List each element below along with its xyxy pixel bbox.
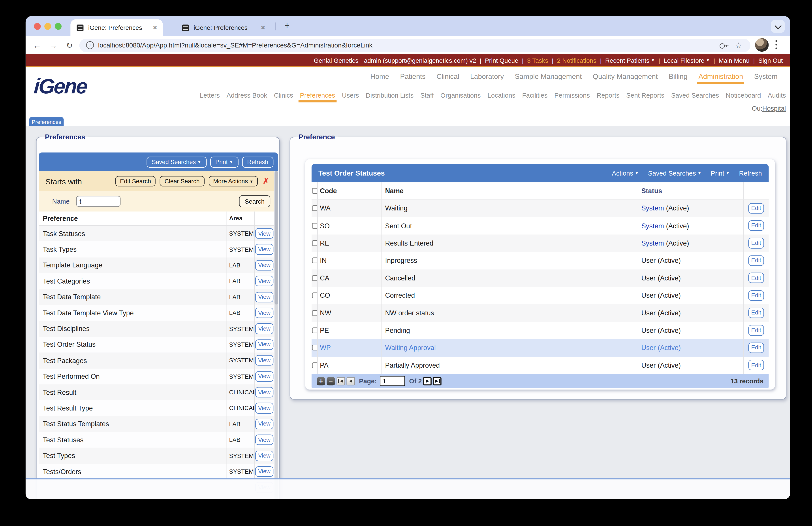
close-search-icon[interactable]: ✗	[263, 176, 270, 186]
edit-button[interactable]: Edit	[748, 203, 764, 214]
prev-page-button[interactable]: ◀	[346, 377, 355, 385]
clear-search-button[interactable]: Clear Search	[160, 176, 204, 186]
sub-nav-item-distribution-lists[interactable]: Distribution Lists	[366, 92, 414, 99]
sub-nav-item-sent-reports[interactable]: Sent Reports	[626, 92, 664, 99]
main-nav-item-clinical[interactable]: Clinical	[436, 73, 459, 80]
sub-nav-item-address-book[interactable]: Address Book	[227, 92, 267, 99]
new-tab-button[interactable]: +	[281, 20, 293, 32]
panel-scrollbar[interactable]	[275, 171, 278, 499]
name-input[interactable]	[76, 196, 121, 207]
view-button[interactable]: View	[255, 403, 274, 413]
main-nav-item-patients[interactable]: Patients	[400, 73, 425, 80]
window-zoom-button[interactable]	[55, 23, 61, 30]
sub-nav-item-organisations[interactable]: Organisations	[440, 92, 481, 99]
saved-searches-link[interactable]: Saved Searches▼	[648, 169, 701, 177]
sub-nav-item-letters[interactable]: Letters	[200, 92, 220, 99]
sub-nav-item-reports[interactable]: Reports	[597, 92, 620, 99]
print-link[interactable]: Print▼	[711, 169, 729, 177]
view-button[interactable]: View	[255, 228, 274, 239]
sub-nav-item-locations[interactable]: Locations	[488, 92, 516, 99]
scrollbar-thumb[interactable]	[275, 171, 278, 304]
site-info-icon[interactable]: i	[86, 41, 94, 49]
sub-nav-item-saved-searches[interactable]: Saved Searches	[671, 92, 719, 99]
browser-menu-icon[interactable]	[775, 40, 777, 51]
sub-nav-item-staff[interactable]: Staff	[420, 92, 434, 99]
view-button[interactable]: View	[255, 387, 274, 397]
address-bar[interactable]: i localhost:8080/App/App.html?null&local…	[79, 39, 750, 52]
edit-button[interactable]: Edit	[748, 221, 764, 231]
main-nav-item-quality-management[interactable]: Quality Management	[593, 73, 658, 80]
sub-nav-item-noticeboard[interactable]: Noticeboard	[726, 92, 761, 99]
ou-hospital-link[interactable]: Hospital	[762, 105, 786, 112]
saved-searches-button[interactable]: Saved Searches▼	[146, 156, 206, 167]
topbar-item-recent-patients[interactable]: Recent Patients▼	[605, 57, 655, 64]
row-checkbox[interactable]	[312, 275, 318, 281]
view-button[interactable]: View	[255, 324, 274, 334]
browser-tab-inactive[interactable]: iGene: Preferences ✕	[176, 19, 271, 36]
view-button[interactable]: View	[255, 466, 274, 477]
row-checkbox[interactable]	[312, 293, 318, 298]
window-close-button[interactable]	[34, 23, 41, 30]
url-text[interactable]: localhost:8080/App/App.html?null&locale=…	[98, 42, 720, 49]
topbar-item-main-menu[interactable]: Main Menu	[719, 57, 750, 64]
first-page-button[interactable]: ◀	[336, 377, 345, 385]
view-button[interactable]: View	[255, 355, 274, 366]
last-page-button[interactable]: ▶	[433, 377, 442, 385]
browser-tab-active[interactable]: iGene: Preferences ✕	[70, 19, 163, 36]
row-checkbox[interactable]	[312, 327, 318, 333]
actions-link[interactable]: Actions▼	[612, 169, 639, 177]
row-checkbox[interactable]	[312, 258, 318, 264]
row-checkbox[interactable]	[312, 310, 318, 316]
row-checkbox[interactable]	[312, 240, 318, 246]
window-minimize-button[interactable]	[44, 23, 51, 30]
topbar-item-2-notifications[interactable]: 2 Notifications	[557, 57, 596, 64]
tab-search-chevron-button[interactable]	[771, 20, 785, 33]
reload-button[interactable]: ↻	[63, 36, 76, 54]
tab-close-icon[interactable]: ✕	[152, 24, 158, 31]
edit-button[interactable]: Edit	[748, 238, 764, 248]
row-checkbox[interactable]	[312, 223, 318, 229]
sub-nav-item-clinics[interactable]: Clinics	[274, 92, 293, 99]
sub-nav-item-preferences[interactable]: Preferences	[300, 92, 335, 99]
main-nav-item-home[interactable]: Home	[370, 73, 389, 80]
refresh-link[interactable]: Refresh	[739, 169, 762, 177]
add-row-button[interactable]: +	[317, 377, 325, 385]
refresh-button[interactable]: Refresh	[242, 156, 274, 167]
topbar-item-local-filestore[interactable]: Local Filestore▼	[664, 57, 710, 64]
view-button[interactable]: View	[255, 260, 274, 270]
topbar-item-print-queue[interactable]: Print Queue	[485, 57, 518, 64]
sub-nav-item-facilities[interactable]: Facilities	[522, 92, 548, 99]
sub-nav-item-permissions[interactable]: Permissions	[554, 92, 590, 99]
tab-close-icon[interactable]: ✕	[260, 24, 266, 31]
main-nav-item-billing[interactable]: Billing	[669, 73, 687, 80]
view-button[interactable]: View	[255, 371, 274, 382]
edit-button[interactable]: Edit	[748, 273, 764, 283]
row-checkbox[interactable]	[312, 362, 318, 368]
view-button[interactable]: View	[255, 292, 274, 302]
view-button[interactable]: View	[255, 435, 274, 445]
view-button[interactable]: View	[255, 244, 274, 255]
row-checkbox[interactable]	[312, 205, 318, 211]
password-key-icon[interactable]	[719, 43, 728, 48]
row-checkbox[interactable]	[312, 345, 318, 351]
select-all-checkbox[interactable]	[312, 188, 318, 194]
page-number-input[interactable]	[380, 376, 405, 386]
sub-nav-item-audits[interactable]: Audits	[768, 92, 786, 99]
edit-button[interactable]: Edit	[748, 255, 764, 266]
view-button[interactable]: View	[255, 276, 274, 286]
edit-button[interactable]: Edit	[748, 308, 764, 318]
view-button[interactable]: View	[255, 419, 274, 429]
search-button[interactable]: Search	[239, 196, 270, 207]
edit-search-button[interactable]: Edit Search	[115, 176, 156, 186]
edit-button[interactable]: Edit	[748, 342, 764, 353]
edit-button[interactable]: Edit	[748, 290, 764, 301]
bookmark-star-icon[interactable]: ☆	[735, 40, 742, 50]
page-tab-preferences[interactable]: Preferences	[29, 117, 63, 126]
next-page-button[interactable]: ▶	[423, 377, 432, 385]
remove-row-button[interactable]: −	[327, 377, 335, 385]
edit-button[interactable]: Edit	[748, 360, 764, 371]
main-nav-item-system[interactable]: System	[754, 73, 777, 80]
view-button[interactable]: View	[255, 451, 274, 461]
view-button[interactable]: View	[255, 308, 274, 318]
topbar-item-3-tasks[interactable]: 3 Tasks	[527, 57, 548, 64]
